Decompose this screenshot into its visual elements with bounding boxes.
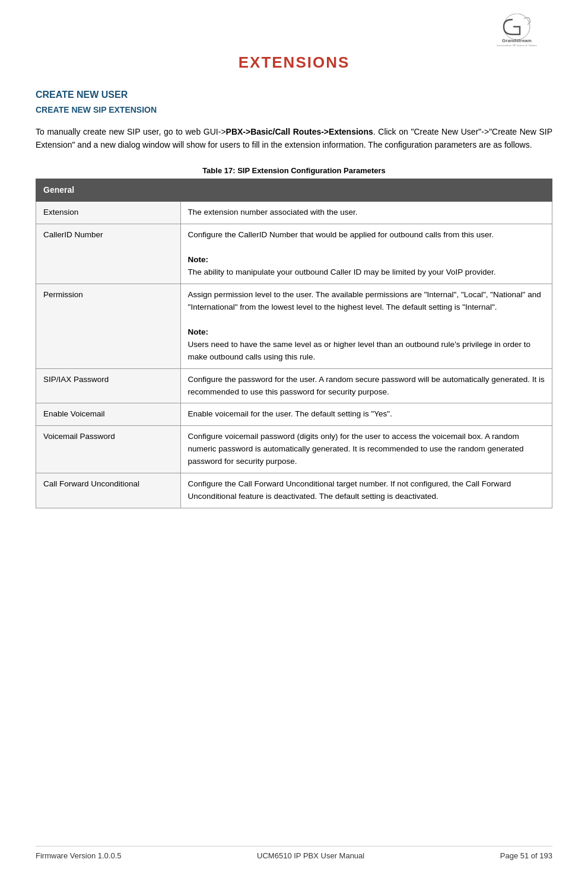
row-value-callerid: Configure the CallerID Number that would… bbox=[180, 224, 552, 284]
row-label-enable-voicemail: Enable Voicemail bbox=[36, 403, 181, 426]
svg-text:Grandstream: Grandstream bbox=[502, 38, 532, 43]
section-header-cell: General bbox=[36, 179, 552, 202]
note-label: Note: bbox=[188, 255, 209, 264]
row-label-call-forward: Call Forward Unconditional bbox=[36, 473, 181, 508]
page-title: EXTENSIONS bbox=[36, 53, 552, 72]
table-row: Enable Voicemail Enable voicemail for th… bbox=[36, 403, 552, 426]
logo-box: Grandstream Innovative IP Voice & Video bbox=[481, 12, 552, 47]
table-section-header: General bbox=[36, 179, 552, 202]
table-row: Voicemail Password Configure voicemail p… bbox=[36, 426, 552, 473]
row-label-extension: Extension bbox=[36, 202, 181, 224]
footer-manual: UCM6510 IP PBX User Manual bbox=[257, 851, 364, 860]
row-value-sip-password: Configure the password for the user. A r… bbox=[180, 368, 552, 403]
row-value-permission: Assign permission level to the user. The… bbox=[180, 284, 552, 369]
footer-firmware: Firmware Version 1.0.0.5 bbox=[36, 851, 122, 860]
intro-bold: PBX->Basic/Call Routes->Extensions bbox=[226, 127, 373, 136]
row-value-enable-voicemail: Enable voicemail for the user. The defau… bbox=[180, 403, 552, 426]
section-heading-1: CREATE NEW USER bbox=[36, 90, 552, 100]
svg-text:Innovative IP Voice & Video: Innovative IP Voice & Video bbox=[497, 44, 536, 46]
row-label-voicemail-password: Voicemail Password bbox=[36, 426, 181, 473]
footer-page: Page 51 of 193 bbox=[500, 851, 552, 860]
sub-heading-1: CREATE NEW SIP EXTENSION bbox=[36, 105, 552, 114]
table-row: SIP/IAX Password Configure the password … bbox=[36, 368, 552, 403]
logo-area: Grandstream Innovative IP Voice & Video bbox=[36, 12, 552, 47]
intro-paragraph: To manually create new SIP user, go to w… bbox=[36, 125, 552, 152]
row-label-callerid: CallerID Number bbox=[36, 224, 181, 284]
row-label-sip-password: SIP/IAX Password bbox=[36, 368, 181, 403]
table-row: CallerID Number Configure the CallerID N… bbox=[36, 224, 552, 284]
row-value-extension: The extension number associated with the… bbox=[180, 202, 552, 224]
page-footer: Firmware Version 1.0.0.5 UCM6510 IP PBX … bbox=[36, 846, 552, 860]
table-caption: Table 17: SIP Extension Configuration Pa… bbox=[36, 166, 552, 175]
grandstream-logo: Grandstream Innovative IP Voice & Video bbox=[481, 14, 552, 46]
note-label: Note: bbox=[188, 327, 209, 336]
table-row: Call Forward Unconditional Configure the… bbox=[36, 473, 552, 508]
row-value-call-forward: Configure the Call Forward Unconditional… bbox=[180, 473, 552, 508]
row-label-permission: Permission bbox=[36, 284, 181, 369]
table-row: Extension The extension number associate… bbox=[36, 202, 552, 224]
intro-text-before: To manually create new SIP user, go to w… bbox=[36, 127, 226, 136]
table-row: Permission Assign permission level to th… bbox=[36, 284, 552, 369]
config-table: General Extension The extension number a… bbox=[36, 179, 552, 508]
row-value-voicemail-password: Configure voicemail password (digits onl… bbox=[180, 426, 552, 473]
